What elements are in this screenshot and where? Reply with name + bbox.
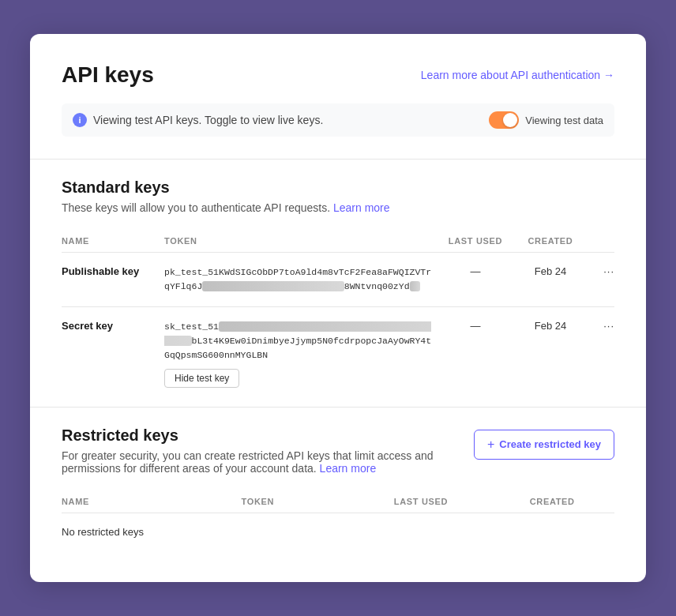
toggle-area: Viewing test data	[489, 111, 603, 129]
restricted-keys-header: Restricted keys For greater security, yo…	[62, 426, 614, 490]
publishable-key-last-used: —	[436, 253, 515, 307]
restricted-keys-table: NAME TOKEN LAST USED CREATED No restrict…	[62, 490, 614, 550]
hide-test-key-button[interactable]: Hide test key	[164, 369, 239, 388]
toggle-label: Viewing test data	[525, 115, 603, 126]
info-bar-message: Viewing test API keys. Toggle to view li…	[93, 114, 323, 126]
restricted-header-text: Restricted keys For greater security, yo…	[62, 426, 474, 490]
restricted-keys-title: Restricted keys	[62, 426, 474, 445]
col-created-header: CREATED	[515, 230, 586, 253]
publishable-key-actions[interactable]: ···	[586, 253, 614, 307]
publishable-key-name: Publishable key	[62, 265, 139, 277]
r-col-lastused-header: LAST USED	[352, 490, 490, 513]
secret-key-name: Secret key	[62, 320, 113, 332]
col-lastused-header: LAST USED	[436, 230, 515, 253]
col-token-header: TOKEN	[164, 230, 436, 253]
api-keys-card: API keys Learn more about API authentica…	[30, 34, 646, 581]
restricted-keys-learn-more[interactable]: Learn more	[320, 462, 377, 475]
sk-token-prefix: sk_test_51	[164, 321, 219, 332]
create-restricted-btn-label: Create restricted key	[499, 438, 601, 450]
standard-keys-title: Standard keys	[62, 178, 614, 197]
standard-keys-desc: These keys will allow you to authenticat…	[62, 201, 614, 214]
restricted-keys-section: Restricted keys For greater security, yo…	[62, 408, 614, 557]
pub-token-blurred: ██████████████████████████	[202, 281, 344, 291]
no-restricted-keys-message: No restricted keys	[62, 513, 614, 550]
standard-keys-desc-text: These keys will allow you to authenticat…	[62, 201, 330, 214]
info-icon: i	[73, 113, 87, 127]
secret-key-row: Secret key sk_test_51███████████████████…	[62, 307, 614, 400]
secret-key-actions[interactable]: ···	[586, 307, 614, 400]
page-title: API keys	[62, 62, 154, 88]
toggle-knob	[503, 113, 517, 127]
secret-key-last-used: —	[436, 307, 515, 400]
restricted-keys-desc: For greater security, you can create res…	[62, 449, 474, 475]
r-col-created-header: CREATED	[490, 490, 615, 513]
no-restricted-keys-row: No restricted keys	[62, 513, 614, 550]
col-name-header: NAME	[62, 230, 164, 253]
publishable-key-row: Publishable key pk_test_51KWdSIGcObDP7to…	[62, 253, 614, 307]
col-actions-header	[586, 230, 614, 253]
sk-token-suffix: bL3t4K9Ew0iDnimbyeJjymp5N0fcdrpopcJaAyOw…	[164, 336, 431, 360]
standard-keys-table: NAME TOKEN LAST USED CREATED Publishable…	[62, 230, 614, 400]
secret-key-created: Feb 24	[515, 307, 586, 400]
publishable-key-token: pk_test_51KWdSIGcObDP7toA9ld4m8vTcF2Fea8…	[164, 265, 436, 294]
standard-keys-section: Standard keys These keys will allow you …	[62, 160, 614, 406]
page-header: API keys Learn more about API authentica…	[62, 62, 614, 88]
r-col-token-header: TOKEN	[242, 490, 352, 513]
pub-token-end: ██	[410, 281, 421, 291]
standard-keys-learn-more[interactable]: Learn more	[333, 201, 390, 214]
info-bar: i Viewing test API keys. Toggle to view …	[62, 103, 614, 137]
learn-more-auth-link[interactable]: Learn more about API authentication →	[421, 69, 614, 81]
plus-icon: +	[487, 438, 494, 452]
standard-keys-table-header: NAME TOKEN LAST USED CREATED	[62, 230, 614, 253]
restricted-keys-table-header: NAME TOKEN LAST USED CREATED	[62, 490, 614, 513]
r-col-name-header: NAME	[62, 490, 242, 513]
info-bar-left: i Viewing test API keys. Toggle to view …	[73, 113, 323, 127]
restricted-keys-desc-text: For greater security, you can create res…	[62, 449, 434, 475]
secret-key-token: sk_test_51██████████████████████████████…	[164, 320, 436, 362]
create-restricted-key-button[interactable]: + Create restricted key	[474, 430, 614, 460]
test-data-toggle[interactable]	[489, 111, 519, 129]
publishable-key-created: Feb 24	[515, 253, 586, 307]
pub-token-suffix: 8WNtvnq00zYd	[344, 281, 410, 291]
